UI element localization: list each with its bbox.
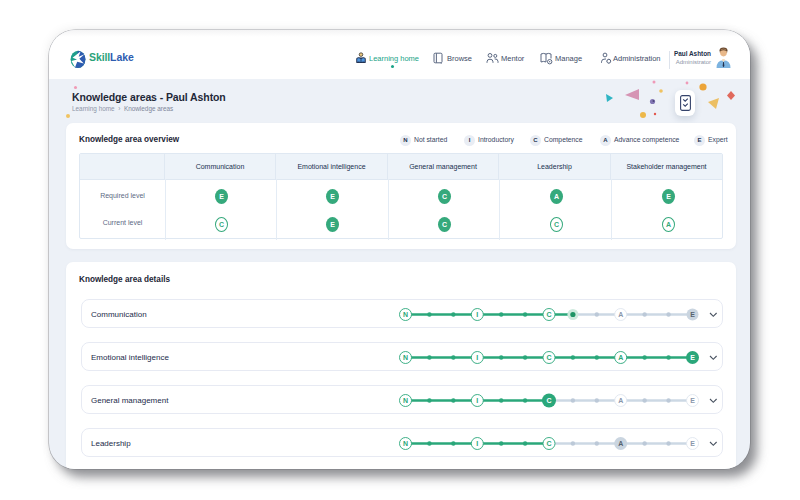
svg-text:N: N xyxy=(403,311,408,318)
svg-text:N: N xyxy=(403,397,408,404)
svg-text:A: A xyxy=(618,354,623,361)
svg-text:E: E xyxy=(690,354,695,361)
svg-text:A: A xyxy=(618,440,623,447)
svg-text:E: E xyxy=(690,440,695,447)
svg-text:E: E xyxy=(690,311,695,318)
svg-text:I: I xyxy=(476,311,478,318)
svg-text:I: I xyxy=(476,354,478,361)
svg-text:C: C xyxy=(546,440,551,447)
svg-text:E: E xyxy=(690,397,695,404)
svg-text:A: A xyxy=(618,397,623,404)
svg-text:N: N xyxy=(403,440,408,447)
svg-text:A: A xyxy=(618,311,623,318)
svg-text:C: C xyxy=(546,397,551,404)
svg-text:I: I xyxy=(476,440,478,447)
svg-text:C: C xyxy=(546,311,551,318)
svg-text:C: C xyxy=(546,354,551,361)
svg-text:I: I xyxy=(476,397,478,404)
svg-text:N: N xyxy=(403,354,408,361)
